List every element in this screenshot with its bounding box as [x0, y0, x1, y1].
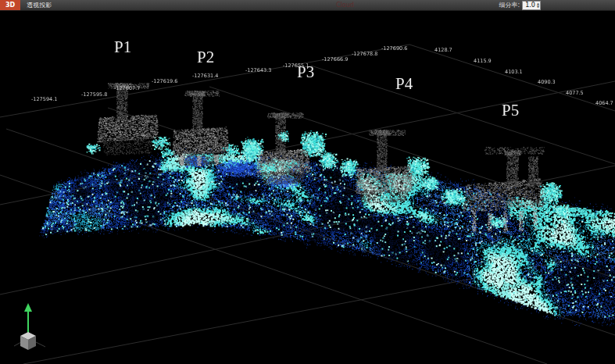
pointcloud-3d-viewport[interactable]	[0, 0, 615, 364]
projection-mode-label: 透视投影	[27, 1, 52, 9]
watermark-text: Cloud	[336, 2, 354, 9]
top-toolbar: 3D 透视投影 Cloud 细分率: 1.0 ▲ ▼	[0, 0, 615, 11]
axis-gizmo[interactable]	[11, 302, 55, 355]
spinner-value[interactable]: 1.0	[525, 2, 535, 9]
toolbar-right-group: 细分率: 1.0 ▲ ▼	[499, 1, 541, 10]
spinner-down-icon[interactable]: ▼	[537, 5, 539, 9]
spinner-label: 细分率:	[499, 1, 520, 9]
tab-3d[interactable]: 3D	[0, 0, 20, 10]
value-spinner[interactable]: 1.0 ▲ ▼	[522, 1, 541, 10]
axis-up-arrowhead	[24, 303, 32, 312]
spinner-steppers: ▲ ▼	[537, 2, 539, 9]
